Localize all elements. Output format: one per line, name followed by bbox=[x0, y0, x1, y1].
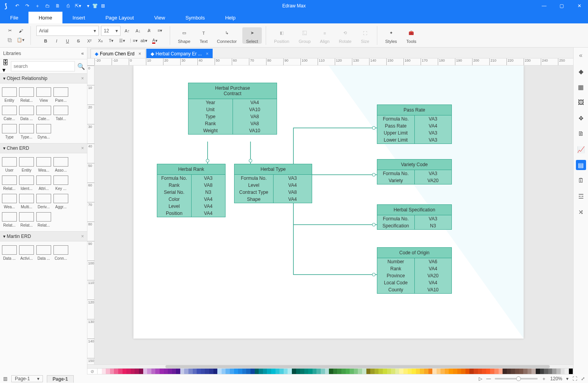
size-tool[interactable]: ⛶Size bbox=[357, 27, 373, 44]
color-swatch[interactable] bbox=[548, 369, 552, 374]
tools-tool[interactable]: 🧰Tools bbox=[402, 27, 420, 44]
shape-stencil[interactable]: Attri... bbox=[35, 176, 52, 191]
canvas[interactable]: Herbal PurchaseContractYearVA4UnitVA10Ty… bbox=[94, 66, 573, 364]
color-swatch[interactable] bbox=[329, 369, 333, 374]
color-swatch[interactable] bbox=[284, 369, 288, 374]
color-swatch[interactable] bbox=[482, 369, 486, 374]
color-swatch[interactable] bbox=[238, 369, 242, 374]
color-swatch[interactable] bbox=[160, 369, 164, 374]
textcase-button[interactable]: T▾ bbox=[107, 37, 115, 45]
category-header[interactable]: ▾ Martin ERD× bbox=[0, 231, 87, 241]
shape-stencil[interactable]: Conn... bbox=[52, 245, 69, 261]
color-swatch[interactable] bbox=[267, 369, 271, 374]
linespacing-button[interactable]: ☰▾ bbox=[118, 37, 126, 45]
paste-button[interactable]: 📋▾ bbox=[16, 36, 25, 44]
bullets-button[interactable]: ⋮≡▾ bbox=[129, 37, 137, 45]
select-tool[interactable]: ➤Select bbox=[242, 27, 262, 44]
open-button[interactable]: 🗀 bbox=[44, 2, 52, 10]
document-tab[interactable]: ◆Herbal Company Er ...× bbox=[146, 49, 213, 58]
tshirt-icon[interactable]: 👕 bbox=[92, 3, 98, 9]
shape-stencil[interactable]: Data ... bbox=[18, 106, 35, 121]
color-swatch[interactable] bbox=[300, 369, 304, 374]
rotate-tool[interactable]: ⟲Rotate bbox=[335, 27, 355, 44]
collapse-sidebar-icon[interactable]: « bbox=[81, 51, 84, 56]
color-swatch[interactable] bbox=[474, 369, 478, 374]
color-swatch[interactable] bbox=[304, 369, 309, 374]
color-swatch[interactable] bbox=[561, 369, 565, 374]
menu-tab-symbols[interactable]: Symbols bbox=[175, 12, 215, 23]
color-swatch[interactable] bbox=[523, 369, 528, 374]
color-swatch[interactable] bbox=[465, 369, 470, 374]
color-swatch[interactable] bbox=[222, 369, 226, 374]
color-swatch[interactable] bbox=[250, 369, 255, 374]
color-swatch[interactable] bbox=[213, 369, 218, 374]
color-swatch[interactable] bbox=[416, 369, 420, 374]
color-swatch[interactable] bbox=[98, 369, 102, 374]
new-button[interactable]: ＋ bbox=[34, 2, 41, 10]
grid-apps-icon[interactable]: ⊞ bbox=[101, 3, 105, 9]
color-swatch[interactable] bbox=[184, 369, 188, 374]
color-swatch[interactable] bbox=[540, 369, 544, 374]
fullscreen-icon[interactable]: ⤢ bbox=[581, 376, 585, 381]
menu-tab-help[interactable]: Help bbox=[215, 12, 246, 23]
erd-table-origin[interactable]: Code of OriginNumberVA6RankVA4ProvinceVA… bbox=[377, 247, 452, 294]
color-swatch[interactable] bbox=[420, 369, 424, 374]
color-swatch[interactable] bbox=[131, 369, 135, 374]
shape-stencil[interactable]: Dyna... bbox=[35, 124, 52, 139]
color-swatch[interactable] bbox=[180, 369, 185, 374]
erd-table-type[interactable]: Herbal TypeFormula No.VA3LevelVA4Contrac… bbox=[234, 164, 312, 203]
layers-panel-icon[interactable]: ❖ bbox=[576, 113, 586, 123]
color-swatch[interactable] bbox=[461, 369, 465, 374]
print-button[interactable]: ⎙ bbox=[64, 2, 72, 10]
menu-tab-page-layout[interactable]: Page Layout bbox=[95, 12, 144, 23]
erd-table-pass[interactable]: Pass RateFormula No.VA3Pass RateVA4Upper… bbox=[377, 105, 452, 144]
qat-more[interactable]: ▾ bbox=[84, 2, 92, 10]
shape-stencil[interactable]: Multi... bbox=[18, 194, 35, 209]
shape-stencil[interactable]: Type... bbox=[18, 124, 35, 139]
shape-stencil[interactable]: Relat... bbox=[18, 212, 35, 227]
color-swatch[interactable] bbox=[168, 369, 172, 374]
increase-font-button[interactable]: A↑ bbox=[123, 27, 131, 35]
styles-tool[interactable]: ✦Styles bbox=[381, 27, 401, 44]
search-icon[interactable]: 🔍 bbox=[77, 63, 85, 70]
color-swatch[interactable] bbox=[176, 369, 180, 374]
color-swatch[interactable] bbox=[569, 369, 573, 374]
shape-stencil[interactable]: Relat... bbox=[18, 87, 35, 103]
color-swatch[interactable] bbox=[321, 369, 325, 374]
shuffle-panel-icon[interactable]: ⤨ bbox=[576, 207, 586, 217]
color-swatch[interactable] bbox=[164, 369, 168, 374]
decrease-font-button[interactable]: A↓ bbox=[134, 27, 142, 35]
list-panel-icon[interactable]: ☲ bbox=[576, 191, 586, 201]
shape-stencil[interactable]: Key ... bbox=[52, 176, 69, 191]
color-swatch[interactable] bbox=[197, 369, 201, 374]
color-swatch[interactable] bbox=[275, 369, 280, 374]
color-swatch[interactable] bbox=[486, 369, 490, 374]
color-swatch[interactable] bbox=[383, 369, 387, 374]
color-swatch[interactable] bbox=[279, 369, 284, 374]
library-picker-icon[interactable]: 🗄▾ bbox=[2, 59, 9, 74]
color-swatch[interactable] bbox=[499, 369, 503, 374]
color-swatch[interactable] bbox=[151, 369, 156, 374]
shape-stencil[interactable]: Deriv... bbox=[35, 194, 52, 209]
format-painter-button[interactable]: 🖌 bbox=[16, 27, 25, 35]
color-swatch[interactable] bbox=[346, 369, 350, 374]
color-swatch[interactable] bbox=[325, 369, 329, 374]
color-swatch[interactable] bbox=[358, 369, 362, 374]
color-swatch[interactable] bbox=[412, 369, 416, 374]
color-swatch[interactable] bbox=[511, 369, 515, 374]
chart-panel-icon[interactable]: 📈 bbox=[576, 144, 586, 154]
color-swatch[interactable] bbox=[263, 369, 267, 374]
grid-panel-icon[interactable]: ▦ bbox=[576, 82, 586, 92]
color-swatch[interactable] bbox=[126, 369, 131, 374]
align-tool[interactable]: ≡Align bbox=[316, 27, 333, 44]
shape-stencil[interactable]: Wea... bbox=[35, 157, 52, 172]
menu-tab-home[interactable]: Home bbox=[28, 12, 62, 23]
color-swatch[interactable] bbox=[313, 369, 317, 374]
color-swatch[interactable] bbox=[432, 369, 437, 374]
color-swatch[interactable] bbox=[193, 369, 197, 374]
page-tab[interactable]: Page-1 bbox=[47, 375, 74, 383]
color-swatch[interactable] bbox=[391, 369, 395, 374]
shape-stencil[interactable]: Entity bbox=[18, 157, 35, 172]
undo-button[interactable]: ↶ bbox=[13, 2, 21, 10]
page[interactable]: Herbal PurchaseContractYearVA4UnitVA10Ty… bbox=[133, 66, 524, 339]
